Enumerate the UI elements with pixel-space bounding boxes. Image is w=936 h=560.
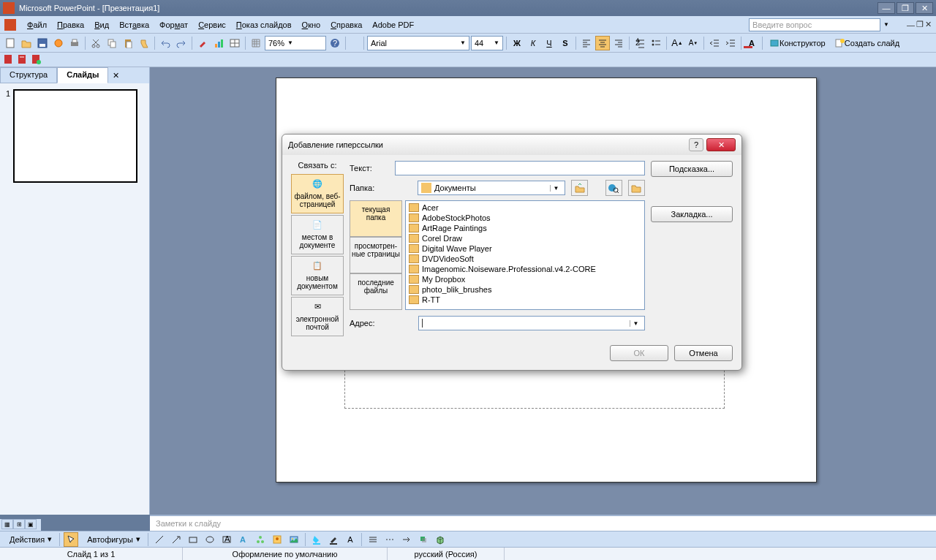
nav-opt-2[interactable]: последние файлы bbox=[350, 273, 402, 310]
doc-minimize-button[interactable]: — bbox=[907, 20, 915, 29]
diagram-tool-icon[interactable] bbox=[253, 532, 268, 547]
file-item[interactable]: AdobeStockPhotos bbox=[407, 213, 643, 223]
shadow-style-icon[interactable] bbox=[416, 532, 431, 547]
arrow-tool-icon[interactable] bbox=[169, 532, 184, 547]
select-tool-icon[interactable] bbox=[64, 532, 78, 547]
file-item[interactable]: ArtRage Paintings bbox=[407, 223, 643, 233]
link-opt-0[interactable]: 🌐файлом, веб-страницей bbox=[291, 174, 344, 213]
browse-web-button[interactable] bbox=[605, 180, 622, 196]
file-item[interactable]: Digital Wave Player bbox=[407, 243, 643, 254]
new-icon[interactable] bbox=[3, 36, 18, 50]
bold-button[interactable]: Ж bbox=[510, 36, 524, 50]
autoshapes-menu[interactable]: Автофигуры▾ bbox=[80, 532, 144, 547]
slideshow-view-icon[interactable]: ▣ bbox=[25, 519, 37, 529]
grid-icon[interactable] bbox=[249, 36, 263, 50]
pdf-icon-3[interactable] bbox=[31, 54, 42, 66]
menu-правка[interactable]: Правка bbox=[52, 18, 89, 31]
bullet-list-icon[interactable] bbox=[649, 36, 663, 50]
address-combo[interactable]: ▼ bbox=[418, 316, 645, 330]
pdf-icon-2[interactable] bbox=[17, 54, 29, 66]
table-icon[interactable] bbox=[227, 36, 242, 50]
sorter-view-icon[interactable]: ⊞ bbox=[13, 519, 25, 529]
ok-button[interactable]: ОК bbox=[610, 345, 668, 361]
dash-style-icon[interactable] bbox=[382, 532, 397, 547]
line-color-icon[interactable] bbox=[326, 532, 341, 547]
menu-вставка[interactable]: Вставка bbox=[114, 18, 154, 31]
menu-файл[interactable]: Файл bbox=[22, 18, 52, 31]
menu-показ слайдов[interactable]: Показ слайдов bbox=[231, 18, 297, 31]
bookmark-button[interactable]: Закладка... bbox=[651, 206, 733, 222]
file-item[interactable]: Imagenomic.Noiseware.Professional.v4.2-C… bbox=[407, 264, 643, 274]
hint-button[interactable]: Подсказка... bbox=[651, 161, 733, 177]
close-button[interactable]: ✕ bbox=[916, 2, 933, 14]
new-slide-button[interactable]: Создать слайд bbox=[831, 36, 903, 50]
file-item[interactable]: DVDVideoSoft bbox=[407, 254, 643, 264]
pdf-icon-1[interactable] bbox=[3, 54, 15, 66]
increase-indent-icon[interactable] bbox=[723, 36, 738, 50]
link-opt-3[interactable]: ✉электронной почтой bbox=[291, 297, 344, 336]
italic-button[interactable]: К bbox=[526, 36, 540, 50]
align-center-icon[interactable] bbox=[595, 36, 610, 50]
file-item[interactable]: Acer bbox=[407, 203, 643, 213]
increase-font-icon[interactable]: A▲ bbox=[670, 36, 684, 50]
line-tool-icon[interactable] bbox=[152, 532, 167, 547]
chart-icon[interactable] bbox=[211, 36, 226, 50]
link-opt-1[interactable]: 📄местом в документе bbox=[291, 215, 344, 254]
tab-outline[interactable]: Структура bbox=[0, 67, 57, 83]
copy-icon[interactable] bbox=[105, 36, 119, 50]
nav-opt-1[interactable]: просмотрен-ные страницы bbox=[350, 237, 402, 273]
decrease-indent-icon[interactable] bbox=[707, 36, 722, 50]
nav-opt-0[interactable]: текущая папка bbox=[350, 200, 402, 237]
format-painter-icon[interactable] bbox=[137, 36, 151, 50]
doc-restore-button[interactable]: ❐ bbox=[916, 20, 924, 29]
rectangle-tool-icon[interactable] bbox=[186, 532, 200, 547]
cut-icon[interactable] bbox=[88, 36, 103, 50]
up-folder-button[interactable] bbox=[571, 180, 588, 196]
folder-combo[interactable]: Документы ▼ bbox=[418, 181, 565, 195]
fill-color-icon[interactable] bbox=[309, 532, 324, 547]
file-list[interactable]: AcerAdobeStockPhotosArtRage PaintingsCor… bbox=[405, 200, 645, 310]
text-input[interactable] bbox=[395, 161, 645, 175]
decrease-font-icon[interactable]: A▼ bbox=[686, 36, 701, 50]
ink-icon[interactable] bbox=[195, 36, 210, 50]
numbered-list-icon[interactable]: 12 bbox=[633, 36, 647, 50]
dialog-help-button[interactable]: ? bbox=[689, 138, 703, 151]
paste-icon[interactable] bbox=[121, 36, 135, 50]
dialog-close-button[interactable]: ✕ bbox=[706, 138, 736, 151]
actions-menu[interactable]: Действия▾ bbox=[3, 532, 56, 547]
menu-справка[interactable]: Справка bbox=[325, 18, 367, 31]
zoom-combo[interactable]: 76%▼ bbox=[265, 36, 326, 50]
tab-close-icon[interactable]: ✕ bbox=[108, 67, 123, 83]
help-search-input[interactable] bbox=[749, 18, 880, 31]
file-item[interactable]: R-TT bbox=[407, 295, 643, 305]
design-button[interactable]: Конструктор bbox=[766, 36, 829, 50]
file-item[interactable]: My Dropbox bbox=[407, 274, 643, 284]
minimize-button[interactable]: — bbox=[878, 2, 895, 14]
slide-thumbnail[interactable]: 1 bbox=[6, 89, 143, 183]
file-item[interactable]: photo_blik_brushes bbox=[407, 284, 643, 295]
help-icon[interactable]: ? bbox=[328, 36, 342, 50]
menu-окно[interactable]: Окно bbox=[297, 18, 326, 31]
oval-tool-icon[interactable] bbox=[203, 532, 217, 547]
save-icon[interactable] bbox=[35, 36, 50, 50]
align-right-icon[interactable] bbox=[611, 36, 626, 50]
menu-вид[interactable]: Вид bbox=[89, 18, 114, 31]
menu-формат[interactable]: Формат bbox=[154, 18, 193, 31]
align-left-icon[interactable] bbox=[579, 36, 594, 50]
doc-close-button[interactable]: ✕ bbox=[925, 20, 932, 29]
tab-slides[interactable]: Слайды bbox=[57, 67, 108, 83]
line-style-icon[interactable] bbox=[366, 532, 380, 547]
underline-button[interactable]: Ч bbox=[542, 36, 556, 50]
textbox-tool-icon[interactable]: A bbox=[219, 532, 234, 547]
redo-icon[interactable] bbox=[174, 36, 189, 50]
font-color-icon[interactable]: A bbox=[744, 36, 759, 50]
wordart-tool-icon[interactable]: A bbox=[236, 532, 251, 547]
clipart-tool-icon[interactable] bbox=[270, 532, 284, 547]
menu-adobe pdf[interactable]: Adobe PDF bbox=[367, 18, 419, 31]
print-icon[interactable] bbox=[67, 36, 82, 50]
permission-icon[interactable] bbox=[51, 36, 66, 50]
text-color-icon[interactable]: A bbox=[343, 532, 358, 547]
normal-view-icon[interactable]: ▦ bbox=[1, 519, 13, 529]
3d-style-icon[interactable] bbox=[433, 532, 448, 547]
maximize-button[interactable]: ❐ bbox=[897, 2, 914, 14]
